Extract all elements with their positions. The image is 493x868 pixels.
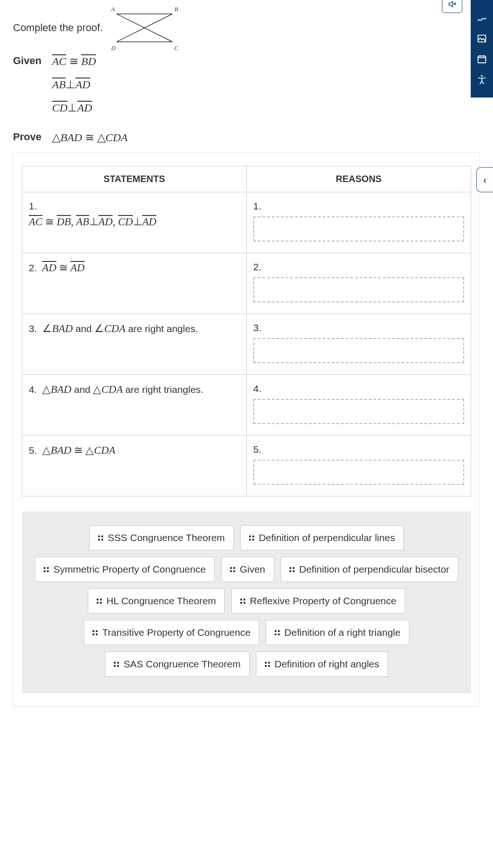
chevron-left-icon: ‹	[483, 175, 486, 185]
statements-header: STATEMENTS	[22, 166, 247, 192]
answer-tile[interactable]: Definition of perpendicular bisector	[281, 557, 458, 582]
given-label: Given	[13, 55, 46, 67]
accessibility-icon[interactable]	[477, 74, 487, 85]
prove-expression: △BAD ≅ △CDA	[52, 131, 128, 144]
answer-tile[interactable]: Symmetric Property of Congruence	[35, 557, 215, 582]
image-icon[interactable]	[477, 33, 487, 44]
drag-grip-icon	[240, 599, 245, 604]
reason-number: 2.	[253, 261, 464, 273]
answer-tile[interactable]: Given	[221, 557, 274, 582]
proof-table: STATEMENTS REASONS 1. AC ≅ DB, AB⊥AD, CD…	[22, 166, 471, 496]
tile-label: Definition of right angles	[275, 659, 379, 670]
table-row: 4. △BAD and △CDA are right triangles. 4.	[22, 375, 471, 436]
drag-grip-icon	[275, 630, 280, 635]
table-row: 2. AD ≅ AD 2.	[22, 253, 471, 314]
reason-dropzone-5[interactable]	[253, 460, 464, 485]
prove-label: Prove	[13, 131, 46, 143]
reason-dropzone-4[interactable]	[253, 399, 464, 424]
answer-tile[interactable]: Definition of right angles	[256, 652, 388, 677]
vertex-c-label: C	[174, 45, 178, 52]
drag-grip-icon	[249, 535, 254, 541]
tools-rail	[471, 0, 493, 98]
given-line-2: AB⊥AD	[52, 78, 96, 91]
tile-label: Definition of a right triangle	[284, 627, 401, 638]
given-line-1: AC ≅ BD	[52, 55, 96, 68]
table-row: 1. AC ≅ DB, AB⊥AD, CD⊥AD 1.	[22, 192, 471, 253]
vertex-b-label: B	[174, 6, 178, 13]
tile-label: Transitive Property of Congruence	[102, 627, 250, 638]
reason-dropzone-1[interactable]	[253, 216, 464, 241]
collapse-panel-button[interactable]: ‹	[476, 167, 493, 192]
given-line-3: CD⊥AD	[52, 101, 96, 114]
svg-point-7	[481, 75, 483, 77]
tile-label: SAS Congruence Theorem	[124, 659, 241, 670]
question-content: Complete the proof. A B C D Given AC ≅ B…	[0, 0, 493, 725]
tile-label: HL Congruence Theorem	[106, 595, 216, 607]
answer-tile-bank: SSS Congruence Theorem Definition of per…	[22, 511, 471, 693]
tile-label: Given	[240, 564, 265, 575]
drag-grip-icon	[44, 567, 49, 572]
tile-label: SSS Congruence Theorem	[108, 532, 225, 543]
answer-tile[interactable]: SSS Congruence Theorem	[89, 525, 234, 550]
drag-grip-icon	[114, 662, 119, 667]
instruction-text: Complete the proof.	[13, 22, 103, 34]
statement-number: 1.	[29, 201, 240, 212]
statement-body: 5. △BAD ≅ △CDA	[29, 444, 240, 457]
proof-diagram: A B C D	[112, 9, 177, 46]
drag-grip-icon	[97, 599, 102, 604]
reason-dropzone-3[interactable]	[253, 338, 464, 363]
reason-number: 3.	[253, 322, 464, 333]
calendar-icon[interactable]	[477, 54, 487, 64]
answer-tile[interactable]: Definition of perpendicular lines	[240, 525, 404, 550]
drag-grip-icon	[289, 567, 295, 572]
table-row: 5. △BAD ≅ △CDA 5.	[22, 436, 471, 496]
answer-tile[interactable]: SAS Congruence Theorem	[105, 652, 250, 677]
scribble-icon[interactable]	[477, 13, 487, 23]
drag-grip-icon	[265, 662, 270, 667]
vertex-d-label: D	[111, 45, 115, 52]
drag-grip-icon	[98, 535, 103, 541]
drag-grip-icon	[92, 630, 98, 635]
answer-tile[interactable]: Transitive Property of Congruence	[84, 620, 259, 645]
answer-tile[interactable]: Definition of a right triangle	[266, 620, 409, 645]
answer-tile[interactable]: Reflexive Property of Congruence	[231, 588, 405, 613]
svg-rect-3	[478, 56, 486, 63]
tile-label: Definition of perpendicular lines	[259, 532, 395, 543]
reason-dropzone-2[interactable]	[253, 277, 464, 302]
tile-label: Definition of perpendicular bisector	[299, 564, 449, 575]
statement-body: AC ≅ DB, AB⊥AD, CD⊥AD	[29, 215, 240, 228]
reason-number: 4.	[253, 383, 464, 394]
proof-container: STATEMENTS REASONS 1. AC ≅ DB, AB⊥AD, CD…	[13, 152, 480, 707]
vertex-a-label: A	[111, 6, 115, 13]
tile-label: Symmetric Property of Congruence	[53, 564, 206, 575]
reason-number: 1.	[253, 201, 464, 212]
answer-tile[interactable]: HL Congruence Theorem	[88, 588, 225, 613]
tile-label: Reflexive Property of Congruence	[250, 595, 396, 607]
drag-grip-icon	[230, 567, 235, 572]
statement-body: 2. AD ≅ AD	[29, 261, 240, 274]
statement-body: 3. ∠BAD and ∠CDA are right angles.	[29, 322, 240, 335]
audio-mute-button[interactable]	[442, 0, 462, 13]
reason-number: 5.	[253, 444, 464, 455]
statement-body: 4. △BAD and △CDA are right triangles.	[29, 383, 240, 396]
table-row: 3. ∠BAD and ∠CDA are right angles. 3.	[22, 314, 471, 375]
reasons-header: REASONS	[247, 166, 471, 192]
